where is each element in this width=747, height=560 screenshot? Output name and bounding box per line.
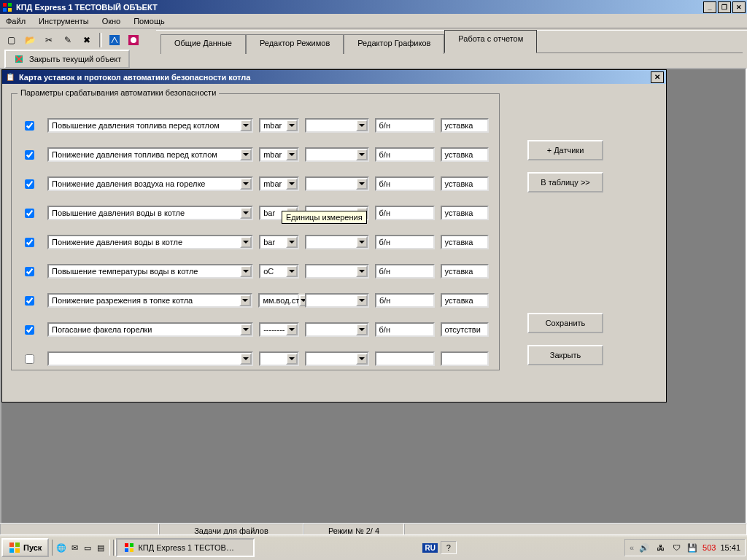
param-combo[interactable]: Понижение давления воздуха на горелке: [47, 176, 253, 191]
chevron-down-icon[interactable]: [356, 149, 368, 160]
unit-combo[interactable]: --------: [259, 322, 299, 337]
note-field[interactable]: уставка: [441, 206, 489, 220]
param-combo[interactable]: Повышение температуры воды в котле: [47, 264, 253, 279]
row-checkbox[interactable]: [25, 121, 34, 131]
ql-ie-icon[interactable]: 🌐: [55, 542, 67, 553]
start-button[interactable]: Пуск: [1, 538, 49, 557]
chevron-down-icon[interactable]: [286, 324, 298, 335]
sn-field[interactable]: [375, 351, 435, 366]
tray-count[interactable]: 503: [703, 543, 716, 552]
value-combo[interactable]: [305, 351, 369, 366]
tab-graphs[interactable]: Редактор Графиков: [344, 34, 444, 54]
unit-combo[interactable]: мм.вод.ст: [258, 293, 299, 308]
restore-button[interactable]: ❐: [718, 1, 731, 13]
param-combo[interactable]: Понижение давления воды в котле: [47, 235, 253, 249]
edit-icon[interactable]: ✎: [60, 32, 76, 48]
sn-field[interactable]: б/н: [375, 293, 435, 308]
menu-help[interactable]: Помощь: [131, 15, 168, 27]
minimize-button[interactable]: _: [703, 1, 716, 13]
chevron-down-icon[interactable]: [240, 236, 252, 248]
menu-tools[interactable]: Инструменты: [36, 15, 92, 27]
chevron-down-icon[interactable]: [356, 265, 368, 277]
row-checkbox[interactable]: [25, 150, 34, 160]
new-icon[interactable]: ▢: [3, 32, 19, 48]
menu-file[interactable]: Файл: [3, 15, 28, 27]
value-combo[interactable]: [305, 147, 369, 162]
row-checkbox[interactable]: [25, 354, 34, 364]
row-checkbox[interactable]: [25, 238, 34, 247]
note-field[interactable]: уставка: [441, 235, 489, 249]
param-combo[interactable]: [47, 351, 253, 366]
row-checkbox[interactable]: [25, 267, 34, 276]
chevron-down-icon[interactable]: [286, 178, 298, 190]
row-checkbox[interactable]: [25, 296, 34, 306]
close-object-button[interactable]: Закрыть текущий объект: [4, 50, 130, 69]
tray-help-icon[interactable]: ?: [441, 541, 457, 554]
chevron-down-icon[interactable]: [356, 353, 368, 365]
note-field[interactable]: уставка: [441, 147, 489, 162]
to-table-button[interactable]: В таблицу >>: [527, 172, 603, 192]
tray-icon-1[interactable]: 🔊: [638, 542, 650, 553]
row-checkbox[interactable]: [25, 325, 34, 335]
value-combo[interactable]: [305, 264, 369, 279]
close-dialog-button[interactable]: Закрыть: [527, 345, 603, 365]
ql-app-icon[interactable]: ▤: [95, 542, 107, 553]
value-combo[interactable]: [305, 118, 369, 133]
tray-icon-2[interactable]: 🖧: [654, 542, 666, 553]
chevron-down-icon[interactable]: [240, 178, 252, 190]
dialog-titlebar[interactable]: 📋 Карта уставок и протокол автоматики бе…: [2, 70, 666, 84]
add-sensors-button[interactable]: + Датчики: [527, 140, 603, 160]
chevron-down-icon[interactable]: [356, 295, 368, 306]
close-button[interactable]: ✕: [732, 1, 746, 13]
tool-b-icon[interactable]: [125, 32, 142, 48]
note-field[interactable]: уставка: [441, 118, 489, 133]
chevron-down-icon[interactable]: [286, 353, 298, 365]
ql-mail-icon[interactable]: ✉: [69, 542, 80, 553]
lang-indicator[interactable]: RU: [422, 543, 437, 553]
tray-chevron-icon[interactable]: «: [630, 543, 634, 552]
chevron-down-icon[interactable]: [240, 324, 252, 335]
note-field[interactable]: отсутстви: [441, 322, 489, 337]
note-field[interactable]: уставка: [441, 293, 489, 308]
sn-field[interactable]: б/н: [375, 206, 435, 220]
param-combo[interactable]: Повышение давления топлива перед котлом: [47, 118, 253, 133]
note-field[interactable]: уставка: [441, 176, 489, 191]
sn-field[interactable]: б/н: [375, 147, 435, 162]
note-field[interactable]: уставка: [441, 264, 489, 279]
chevron-down-icon[interactable]: [240, 353, 252, 365]
chevron-down-icon[interactable]: [356, 120, 368, 131]
tab-report[interactable]: Работа с отчетом: [444, 30, 537, 53]
sn-field[interactable]: б/н: [375, 118, 435, 133]
tray-icon-3[interactable]: 🛡: [670, 542, 682, 553]
dialog-close-button[interactable]: ✕: [651, 71, 664, 83]
taskbar-task[interactable]: КПД Express 1 ТЕСТОВ…: [116, 538, 255, 557]
value-combo[interactable]: [305, 176, 369, 191]
tray-icon-4[interactable]: 💾: [686, 542, 698, 553]
param-combo[interactable]: Понижение давления топлива перед котлом: [47, 147, 253, 162]
sn-field[interactable]: б/н: [375, 322, 435, 337]
tool-a-icon[interactable]: [107, 32, 123, 48]
sn-field[interactable]: б/н: [375, 264, 435, 279]
chevron-down-icon[interactable]: [240, 120, 252, 131]
param-combo[interactable]: Повышение давления воды в котле: [47, 206, 253, 220]
tab-modes[interactable]: Редактор Режимов: [246, 34, 344, 54]
value-combo[interactable]: [305, 322, 369, 337]
tab-general[interactable]: Общие Данные: [160, 34, 246, 54]
chevron-down-icon[interactable]: [286, 120, 298, 131]
unit-combo[interactable]: mbar: [259, 176, 299, 191]
delete-icon[interactable]: ✖: [79, 32, 95, 48]
value-combo[interactable]: [305, 293, 369, 308]
chevron-down-icon[interactable]: [286, 236, 298, 248]
open-icon[interactable]: 📂: [22, 32, 38, 48]
sn-field[interactable]: б/н: [375, 176, 435, 191]
unit-combo[interactable]: mbar: [259, 147, 299, 162]
chevron-down-icon[interactable]: [356, 178, 368, 190]
chevron-down-icon[interactable]: [286, 149, 298, 160]
unit-combo[interactable]: [259, 351, 299, 366]
chevron-down-icon[interactable]: [240, 207, 252, 219]
value-combo[interactable]: [305, 235, 369, 249]
param-combo[interactable]: Погасание факела горелки: [47, 322, 253, 337]
unit-combo[interactable]: mbar: [259, 118, 299, 133]
menu-window[interactable]: Окно: [99, 15, 124, 27]
note-field[interactable]: [441, 351, 489, 366]
